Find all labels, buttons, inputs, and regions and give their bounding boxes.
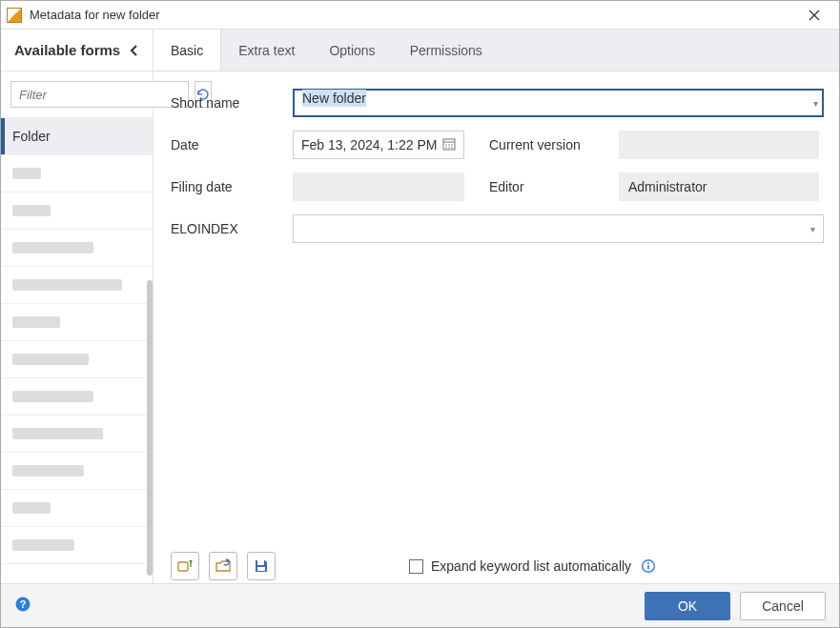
load-keywording-button[interactable] bbox=[171, 552, 199, 580]
row-short-name: Short name New folder ▾ bbox=[171, 89, 824, 117]
svg-point-2 bbox=[445, 144, 447, 146]
cancel-button[interactable]: Cancel bbox=[740, 592, 826, 620]
form-item[interactable] bbox=[1, 267, 153, 304]
placeholder-icon bbox=[12, 465, 84, 476]
form-item-label: Folder bbox=[12, 129, 51, 144]
placeholder-icon bbox=[12, 205, 51, 216]
sidebar: Available forms Folder bbox=[1, 30, 154, 583]
placeholder-icon bbox=[12, 391, 93, 402]
label-date: Date bbox=[171, 137, 285, 152]
import-icon bbox=[176, 557, 194, 575]
help-icon: ? bbox=[14, 596, 31, 613]
folder-icon bbox=[215, 557, 232, 575]
tab-bar: Basic Extra text Options Permissions bbox=[154, 30, 839, 71]
row-filing-editor: Filing date Editor Administrator bbox=[171, 172, 824, 201]
ok-button[interactable]: OK bbox=[645, 592, 730, 620]
svg-text:?: ? bbox=[20, 598, 27, 610]
expand-keywords-label: Expand keyword list automatically bbox=[431, 558, 631, 574]
save-icon bbox=[253, 557, 270, 575]
form-item[interactable] bbox=[1, 453, 153, 490]
content-pane: Basic Extra text Options Permissions Sho… bbox=[154, 30, 839, 583]
form-item[interactable] bbox=[1, 155, 153, 192]
info-icon bbox=[641, 558, 656, 574]
chevron-down-icon: ▾ bbox=[810, 224, 815, 234]
placeholder-icon bbox=[12, 428, 103, 439]
row-date-version: Date Feb 13, 2024, 1:22 PM Current versi… bbox=[171, 131, 824, 159]
date-value: Feb 13, 2024, 1:22 PM bbox=[301, 137, 437, 152]
svg-rect-9 bbox=[257, 560, 264, 565]
svg-rect-8 bbox=[178, 562, 188, 571]
sidebar-title: Available forms bbox=[14, 42, 120, 58]
tab-permissions[interactable]: Permissions bbox=[393, 30, 500, 71]
cancel-label: Cancel bbox=[762, 598, 804, 614]
form-item[interactable] bbox=[1, 304, 153, 341]
placeholder-icon bbox=[12, 242, 93, 253]
info-button[interactable] bbox=[641, 558, 656, 574]
form-toolbar: Expand keyword list automatically bbox=[171, 552, 824, 583]
form-item[interactable] bbox=[1, 192, 153, 230]
form-item[interactable] bbox=[1, 415, 153, 453]
form-item-folder[interactable]: Folder bbox=[1, 118, 153, 155]
form-item[interactable] bbox=[1, 341, 153, 378]
placeholder-icon bbox=[12, 316, 60, 328]
expand-keywords-checkbox[interactable]: Expand keyword list automatically bbox=[409, 558, 631, 574]
editor-value: Administrator bbox=[619, 172, 819, 201]
form-item[interactable] bbox=[1, 490, 153, 527]
window-title: Metadata for new folder bbox=[30, 8, 795, 22]
forms-list: Folder bbox=[1, 118, 153, 583]
footer: ? OK Cancel bbox=[1, 583, 839, 627]
svg-rect-13 bbox=[647, 565, 649, 570]
placeholder-icon bbox=[12, 168, 41, 179]
calendar-icon bbox=[442, 137, 456, 153]
filter-row bbox=[1, 71, 153, 118]
dialog: Metadata for new folder Available forms bbox=[0, 0, 840, 628]
form-area: Short name New folder ▾ Date Feb 13, 202… bbox=[154, 71, 839, 583]
placeholder-icon bbox=[12, 539, 74, 551]
open-folder-button[interactable] bbox=[209, 552, 237, 580]
placeholder-icon bbox=[12, 502, 51, 514]
close-icon bbox=[809, 10, 820, 21]
form-item[interactable] bbox=[1, 527, 153, 564]
tab-extra-text[interactable]: Extra text bbox=[221, 30, 312, 71]
label-short-name: Short name bbox=[171, 95, 285, 111]
label-current-version: Current version bbox=[489, 137, 594, 152]
tab-label: Options bbox=[329, 43, 375, 58]
eloindex-combo[interactable]: ▾ bbox=[293, 214, 824, 243]
close-button[interactable] bbox=[795, 2, 833, 29]
row-eloindex: ELOINDEX ▾ bbox=[171, 214, 824, 243]
tab-label: Permissions bbox=[410, 43, 482, 58]
tab-label: Basic bbox=[171, 43, 203, 58]
form-item[interactable] bbox=[1, 378, 153, 415]
chevron-left-icon bbox=[130, 45, 139, 56]
main: Available forms Folder bbox=[1, 30, 839, 583]
sidebar-header: Available forms bbox=[1, 30, 153, 71]
form-item[interactable] bbox=[1, 230, 153, 267]
svg-point-5 bbox=[445, 147, 447, 149]
svg-point-7 bbox=[451, 147, 453, 149]
short-name-field[interactable]: New folder ▾ bbox=[293, 89, 824, 117]
scrollbar[interactable] bbox=[147, 280, 153, 576]
date-input[interactable]: Feb 13, 2024, 1:22 PM bbox=[293, 131, 464, 159]
svg-point-4 bbox=[451, 144, 453, 146]
label-eloindex: ELOINDEX bbox=[171, 221, 285, 236]
svg-point-12 bbox=[647, 562, 649, 564]
spacer bbox=[171, 256, 824, 552]
save-button[interactable] bbox=[247, 552, 276, 580]
tab-basic[interactable]: Basic bbox=[154, 30, 221, 71]
placeholder-icon bbox=[12, 279, 122, 291]
help-button[interactable]: ? bbox=[14, 596, 31, 616]
short-name-value: New folder bbox=[302, 90, 366, 107]
label-editor: Editor bbox=[489, 179, 594, 194]
checkbox-icon bbox=[409, 559, 423, 574]
tab-label: Extra text bbox=[238, 43, 295, 58]
ok-label: OK bbox=[678, 598, 697, 614]
label-filing-date: Filing date bbox=[171, 179, 285, 194]
svg-rect-10 bbox=[257, 567, 265, 571]
collapse-sidebar-button[interactable] bbox=[126, 42, 143, 59]
tab-options[interactable]: Options bbox=[312, 30, 392, 71]
svg-point-3 bbox=[448, 144, 450, 146]
app-icon bbox=[7, 8, 22, 23]
placeholder-icon bbox=[12, 354, 89, 365]
svg-point-6 bbox=[448, 147, 450, 149]
current-version-value bbox=[619, 131, 819, 159]
